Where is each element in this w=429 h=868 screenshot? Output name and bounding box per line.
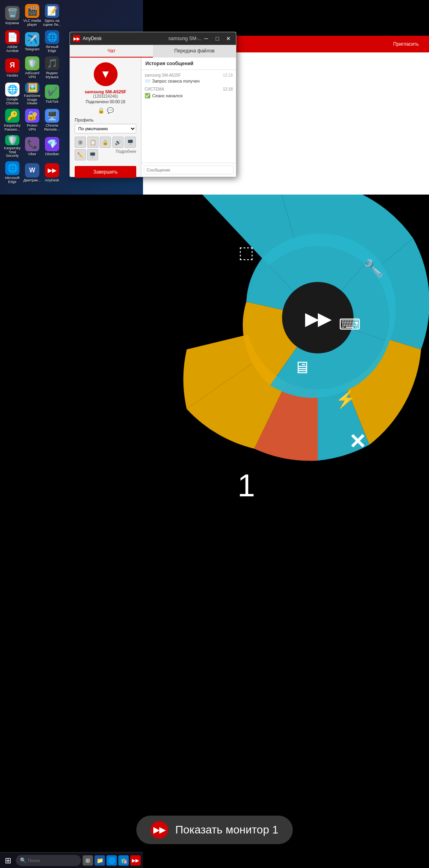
desktop-icon-telegram[interactable]: ✈️ Telegram — [22, 29, 42, 55]
taskbar-store-btn[interactable]: 🛍️ — [118, 855, 129, 866]
desktop-icon-chrome[interactable]: 🌐 Google Chrome — [2, 81, 22, 107]
action-btn-draw[interactable]: ✏️ — [75, 149, 86, 160]
action-btn-clipboard[interactable]: 📋 — [87, 137, 99, 148]
desktop-icon-word[interactable]: W Дмитрие... — [22, 160, 42, 186]
device-avatar: ▼ — [94, 62, 118, 86]
anydesk-title: AnyDesk — [83, 36, 165, 41]
anydesk-titlebar: ▶▶ AnyDesk samsung SM-... ─ □ ✕ — [70, 32, 236, 45]
chat-message-2: ✅ Сеанс начался — [145, 93, 233, 98]
invite-button[interactable]: Пригласить — [388, 39, 424, 49]
chat-input[interactable] — [144, 166, 234, 174]
message-icon-1: 📨 — [145, 78, 151, 84]
window-controls: ─ □ ✕ — [202, 34, 233, 43]
desktop-icon-obsidian[interactable]: 💎 Obsidian — [42, 133, 62, 160]
anydesk-left-panel: ▼ samsung SM-A525F (1203224246) Подключе… — [70, 58, 141, 177]
action-buttons-grid: ⊞ 📋 🔒 🔊 🖥️ — [75, 137, 136, 148]
chat-history-header: История сообщений — [141, 58, 236, 70]
message-sender-1: samsung SM-A525F 12:18 — [145, 73, 233, 77]
tab-chat[interactable]: Чат — [70, 45, 153, 58]
taskbar-explorer-btn[interactable]: 📁 — [95, 855, 105, 866]
taskbar-search[interactable]: 🔍 — [16, 855, 81, 866]
device-name: samsung SM-A525F — [75, 89, 136, 94]
desktop-icon-yandex-music[interactable]: 🎵 Яндекс Музыка — [42, 55, 62, 81]
fullscreen-icon: ⬚ — [238, 243, 254, 262]
radial-menu: ▶▶ ⬚ 🔧 ⌨ 🖥 ⚡ ✕ 1 — [72, 151, 429, 580]
close-button[interactable]: ✕ — [224, 34, 233, 43]
status-indicators: 🔒 💬 — [75, 107, 136, 114]
connection-status: Подключено 00:00:18 — [75, 100, 136, 104]
taskbar-view-btn[interactable]: ⊞ — [83, 855, 93, 866]
taskbar-edge-btn[interactable]: 🌐 — [106, 855, 117, 866]
anydesk-logo: ▶▶ — [73, 35, 80, 42]
more-link[interactable]: Подробнее — [116, 149, 136, 160]
show-monitor-logo: ▶▶ — [151, 821, 168, 839]
action-buttons-row2: ✏️ 🖥️ Подробнее — [75, 149, 136, 160]
anydesk-window: ▶▶ AnyDesk samsung SM-... ─ □ ✕ Чат Пере… — [70, 32, 236, 177]
anydesk-body: ▼ samsung SM-A525F (1203224246) Подключе… — [70, 58, 236, 177]
display-icon: 🖥 — [294, 358, 310, 377]
desktop-icon-kaspersky-pass[interactable]: 🔑 Kaspersky Passwo... — [2, 107, 22, 133]
system-message: СИСТЕМА 12:18 — [145, 87, 233, 91]
anydesk-device-name-title: samsung SM-... — [168, 36, 202, 41]
desktop-icon-kaspersky-ts[interactable]: 🛡️ Kaspersky Total Security — [2, 133, 22, 160]
desktop-icon-zdes[interactable]: 📝 Здесь на сцене Ли... — [42, 2, 62, 29]
action-btn-display[interactable]: 🖥️ — [125, 137, 136, 148]
chat-message-1: samsung SM-A525F 12:18 📨 Запрос сеанса п… — [145, 73, 233, 84]
desktop-icon-anydesk[interactable]: ▶▶ AnyDesk — [42, 160, 62, 186]
profile-label: Профиль — [75, 118, 136, 122]
device-info: samsung SM-A525F (1203224246) Подключено… — [75, 89, 136, 104]
tools-icon: 🔧 — [363, 258, 384, 278]
center-icon: ▶▶ — [305, 310, 332, 328]
check-icon: ✅ — [145, 93, 151, 98]
lock-indicator-icon: 🔒 — [98, 107, 104, 114]
monitor-number-icon: 1 — [238, 468, 255, 503]
action-btn-lock[interactable]: 🔒 — [100, 137, 111, 148]
desktop-icon-ms-edge[interactable]: 🌐 Microsoft Edge — [2, 160, 22, 186]
desktop-icon-proton[interactable]: 🔐 Proton VPN — [22, 107, 42, 133]
desktop-icon-edge-personal[interactable]: 🌐 Личный Edge — [42, 29, 62, 55]
action-icon: ⚡ — [335, 390, 356, 409]
tab-files[interactable]: Передача файлов — [153, 45, 236, 58]
desktop-icon-vlc[interactable]: 🎬 VLC media player — [22, 2, 42, 29]
profile-select[interactable]: По умолчанию — [75, 124, 136, 133]
start-button[interactable]: ⊞ — [2, 854, 14, 867]
taskbar-anydesk-btn[interactable]: ▶▶ — [130, 855, 141, 866]
action-btn-remote[interactable]: 🖥️ — [87, 149, 98, 160]
taskbar: ⊞ 🔍 ⊞ 📁 🌐 🛍️ ▶▶ — [0, 852, 143, 868]
desktop-icon-adobe[interactable]: 📄 Adobe Acrobat — [2, 29, 22, 55]
message-text-1: 📨 Запрос сеанса получен — [145, 78, 233, 84]
end-session-button[interactable]: Завершить — [75, 166, 136, 178]
show-monitor-bar[interactable]: ▶▶ Показать монитор 1 — [136, 816, 293, 844]
desktop-icon-ticktick[interactable]: ✔️ TickTick — [42, 81, 62, 107]
desktop-icon-yandex[interactable]: Я Yandex — [2, 55, 22, 81]
show-monitor-text: Показать монитор 1 — [175, 824, 278, 836]
device-id: (1203224246) — [75, 94, 136, 98]
desktop-icon-viber[interactable]: 📞 Viber — [22, 133, 42, 160]
desktop-icons-grid: 🗑️ Корзина 🎬 VLC media player 📝 Здесь на… — [0, 0, 60, 183]
chat-indicator-icon: 💬 — [107, 107, 114, 114]
search-icon: 🔍 — [20, 857, 26, 863]
desktop-icon-adguard[interactable]: 🛡️ AdGuard VPN — [22, 55, 42, 81]
close-x-icon: ✕ — [349, 430, 366, 453]
minimize-button[interactable]: ─ — [202, 34, 211, 43]
keyboard-icon: ⌨ — [339, 316, 361, 333]
desktop-icon-chrome-remote[interactable]: 🖥️ Chrome Remote... — [42, 107, 62, 133]
chat-input-area — [141, 163, 236, 177]
message-text-2: ✅ Сеанс начался — [145, 93, 233, 98]
search-input[interactable] — [28, 858, 60, 863]
desktop-icon-faststone[interactable]: 🖼️ FastStone Image Viewer — [22, 81, 42, 107]
desktop-icon-korzina[interactable]: 🗑️ Корзина — [2, 2, 22, 29]
anydesk-tabs: Чат Передача файлов — [70, 45, 236, 58]
maximize-button[interactable]: □ — [213, 34, 222, 43]
action-btn-screen[interactable]: ⊞ — [75, 137, 86, 148]
chat-messages-list: samsung SM-A525F 12:18 📨 Запрос сеанса п… — [141, 70, 236, 163]
anydesk-chat-panel: История сообщений samsung SM-A525F 12:18… — [141, 58, 236, 177]
action-btn-audio[interactable]: 🔊 — [112, 137, 124, 148]
taskbar-quick-launch: ⊞ 📁 🌐 🛍️ ▶▶ — [83, 855, 143, 866]
